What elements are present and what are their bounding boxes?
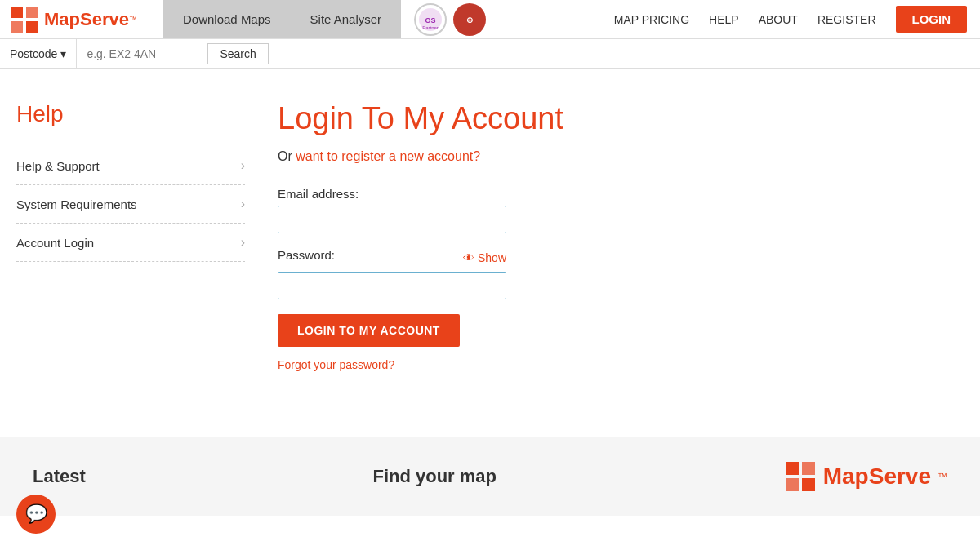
sidebar-title: Help [16, 101, 245, 127]
show-label: Show [478, 251, 506, 264]
eye-icon: 👁 [463, 251, 474, 264]
svg-rect-1 [26, 7, 38, 18]
password-form-group: Password: 👁 Show [278, 248, 506, 299]
main-content: Login To My Account Or want to register … [278, 101, 964, 371]
footer-latest: Latest [33, 466, 86, 487]
sidebar-item-help-support[interactable]: Help & Support › [16, 147, 245, 185]
svg-text:Partner: Partner [422, 25, 439, 30]
login-button[interactable]: LOGIN [896, 6, 968, 33]
svg-text:OS: OS [425, 16, 436, 24]
nav-register[interactable]: REGISTER [817, 13, 876, 26]
search-input[interactable] [77, 47, 207, 60]
logo-text: MapServe [44, 9, 129, 30]
footer-find: Find your map [135, 466, 735, 487]
chevron-down-icon: ▾ [60, 47, 66, 60]
register-prompt: Or want to register a new account? [278, 149, 964, 164]
nav-map-pricing[interactable]: MAP PRICING [614, 13, 689, 26]
logo-area: MapServe™ [0, 5, 163, 34]
logo-tm: ™ [129, 15, 137, 24]
postcode-label: Postcode [10, 47, 57, 60]
partner-logos: OS Partner ⊕ [414, 3, 486, 36]
footer-logo-tm: ™ [938, 471, 947, 482]
email-form-group: Email address: [278, 187, 506, 233]
nav-about[interactable]: ABOUT [759, 13, 798, 26]
password-row: Password: 👁 Show [278, 248, 506, 267]
tab-download-maps[interactable]: Download Maps [163, 0, 291, 38]
svg-rect-10 [802, 462, 815, 475]
svg-rect-12 [802, 478, 815, 491]
search-bar: Postcode ▾ Search [0, 39, 980, 69]
content-area: Help Help & Support › System Requirement… [0, 101, 980, 371]
sidebar-item-account-login[interactable]: Account Login › [16, 224, 245, 262]
chevron-right-icon: › [241, 235, 245, 250]
mapserve-icon [10, 5, 39, 34]
email-field[interactable] [278, 206, 506, 233]
search-button[interactable]: Search [207, 43, 268, 64]
header: MapServe™ Download Maps Site Analyser OS… [0, 0, 980, 39]
password-field[interactable] [278, 272, 506, 299]
register-link[interactable]: want to register a new account? [296, 149, 480, 163]
chevron-right-icon: › [241, 197, 245, 211]
footer-logo-text: MapServe [823, 464, 931, 490]
sidebar-item-system-requirements[interactable]: System Requirements › [16, 185, 245, 224]
email-label: Email address: [278, 187, 506, 201]
nav-help[interactable]: HELP [709, 13, 739, 26]
register-prompt-text: Or [278, 149, 296, 163]
password-label: Password: [278, 248, 335, 262]
header-nav: MAP PRICING HELP ABOUT REGISTER LOGIN [614, 6, 980, 33]
svg-rect-3 [26, 21, 38, 33]
footer-logo: MapServe™ [784, 460, 947, 493]
footer-latest-label: Latest [33, 466, 86, 487]
login-submit-button[interactable]: LOGIN TO MY ACCOUNT [278, 314, 460, 347]
chevron-right-icon: › [241, 158, 245, 173]
footer-logo-icon [784, 460, 817, 493]
nav-tabs: Download Maps Site Analyser [163, 0, 401, 38]
postcode-dropdown[interactable]: Postcode ▾ [0, 39, 77, 68]
sidebar: Help Help & Support › System Requirement… [16, 101, 245, 371]
forgot-password-link[interactable]: Forgot your password? [278, 358, 394, 371]
footer-logo-section: MapServe™ [784, 460, 947, 493]
chat-icon: 💬 [25, 503, 47, 516]
footer-find-label: Find your map [372, 466, 497, 487]
partner-os-logo: OS Partner [414, 3, 447, 36]
tab-site-analyser[interactable]: Site Analyser [291, 0, 402, 38]
page-title: Login To My Account [278, 101, 964, 136]
sidebar-item-label: System Requirements [16, 197, 137, 211]
form-actions: LOGIN TO MY ACCOUNT [278, 314, 964, 358]
sidebar-item-label: Account Login [16, 236, 94, 250]
svg-rect-2 [11, 21, 23, 33]
partner-red-logo: ⊕ [453, 3, 486, 36]
forgot-password-area: Forgot your password? [278, 358, 964, 371]
sidebar-item-label: Help & Support [16, 159, 100, 173]
svg-rect-11 [786, 478, 799, 491]
svg-rect-9 [786, 462, 799, 475]
footer: Latest Find your map MapServe™ [0, 437, 980, 516]
show-password-link[interactable]: 👁 Show [463, 251, 506, 264]
svg-rect-0 [11, 7, 23, 18]
svg-text:⊕: ⊕ [466, 16, 473, 24]
